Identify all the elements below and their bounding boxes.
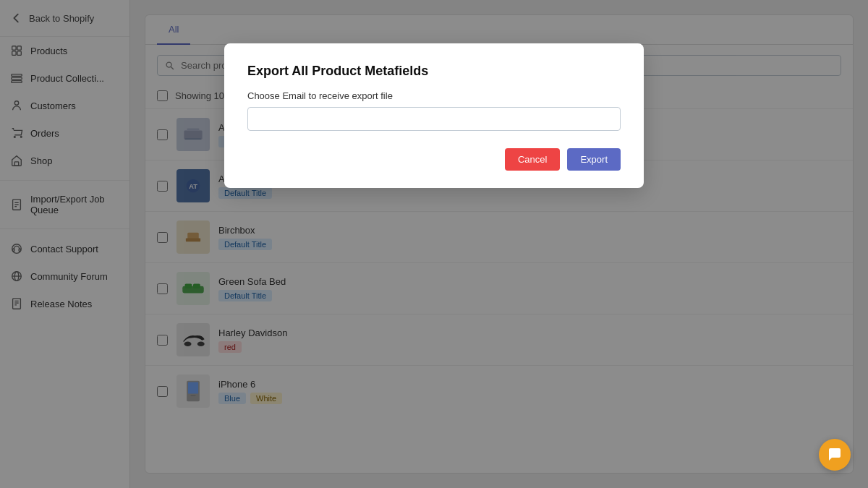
cancel-button[interactable]: Cancel <box>505 148 560 171</box>
modal-email-label: Choose Email to receive export file <box>247 90 621 101</box>
chat-icon <box>827 448 842 462</box>
chat-bubble[interactable] <box>819 439 851 471</box>
modal-actions: Cancel Export <box>247 148 621 171</box>
modal-email-input[interactable] <box>247 107 621 131</box>
export-button[interactable]: Export <box>567 148 621 171</box>
export-modal: Export All Product Metafields Choose Ema… <box>224 43 644 188</box>
modal-overlay: Export All Product Metafields Choose Ema… <box>0 0 868 488</box>
modal-title: Export All Product Metafields <box>247 64 621 79</box>
